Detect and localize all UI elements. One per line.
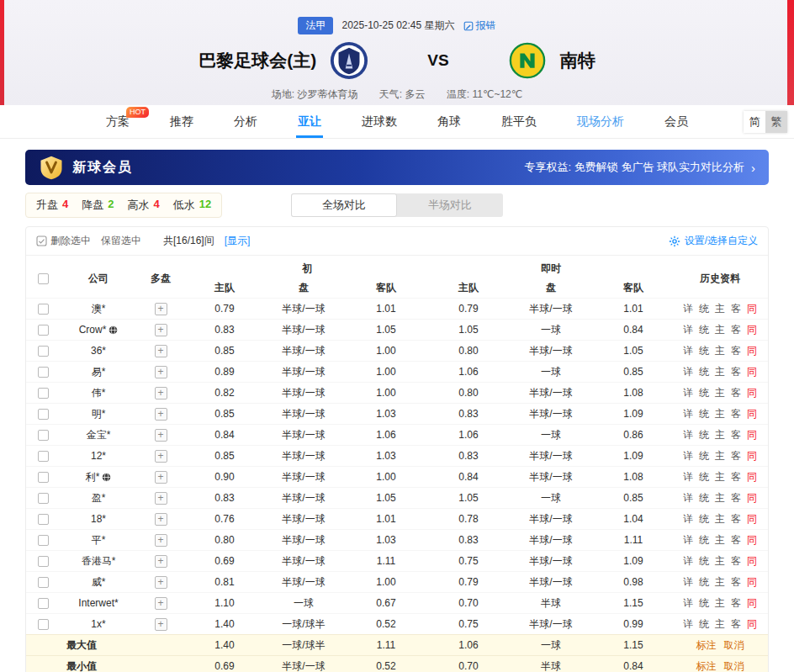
history-link-统[interactable]: 统 bbox=[699, 428, 709, 442]
history-link-详[interactable]: 详 bbox=[683, 470, 693, 484]
bookmaker-name[interactable]: 明* bbox=[92, 407, 106, 421]
history-link-统[interactable]: 统 bbox=[699, 323, 709, 337]
history-link-主[interactable]: 主 bbox=[715, 596, 725, 611]
nav-item-recommend[interactable]: 推荐 bbox=[168, 105, 195, 138]
multi-odds-expand-button[interactable]: + bbox=[155, 513, 167, 526]
history-link-客[interactable]: 客 bbox=[731, 302, 741, 316]
history-link-同[interactable]: 同 bbox=[747, 596, 757, 611]
history-link-详[interactable]: 详 bbox=[683, 344, 693, 358]
multi-odds-expand-button[interactable]: + bbox=[155, 576, 167, 589]
bookmaker-name[interactable]: 18* bbox=[91, 513, 106, 525]
bookmaker-name[interactable]: 易* bbox=[92, 365, 106, 379]
nav-item-member[interactable]: 会员 bbox=[663, 105, 690, 138]
history-link-同[interactable]: 同 bbox=[747, 470, 757, 484]
multi-odds-expand-button[interactable]: + bbox=[155, 450, 167, 463]
history-link-客[interactable]: 客 bbox=[731, 407, 741, 421]
history-link-统[interactable]: 统 bbox=[699, 470, 709, 484]
history-link-同[interactable]: 同 bbox=[747, 302, 757, 316]
history-link-同[interactable]: 同 bbox=[747, 344, 757, 358]
nav-item-plan[interactable]: 方案 HOT bbox=[104, 105, 131, 138]
history-link-同[interactable]: 同 bbox=[747, 386, 757, 400]
cancel-button[interactable]: 取消 bbox=[724, 639, 744, 651]
history-link-详[interactable]: 详 bbox=[683, 617, 693, 632]
history-link-统[interactable]: 统 bbox=[699, 365, 709, 379]
row-checkbox[interactable] bbox=[38, 493, 49, 504]
history-link-客[interactable]: 客 bbox=[731, 428, 741, 442]
bookmaker-name[interactable]: 伟* bbox=[92, 386, 106, 400]
history-link-主[interactable]: 主 bbox=[715, 470, 725, 484]
multi-odds-expand-button[interactable]: + bbox=[155, 303, 167, 315]
bookmaker-name[interactable]: 12* bbox=[91, 450, 106, 462]
history-link-详[interactable]: 详 bbox=[683, 554, 693, 569]
history-link-客[interactable]: 客 bbox=[731, 491, 741, 505]
history-link-同[interactable]: 同 bbox=[747, 365, 757, 379]
bookmaker-name[interactable]: 威* bbox=[92, 575, 106, 590]
bookmaker-name[interactable]: 1x* bbox=[91, 618, 105, 630]
mark-button[interactable]: 标注 bbox=[696, 639, 717, 651]
settings-link[interactable]: 设置/选择自定义 bbox=[669, 234, 758, 248]
history-link-详[interactable]: 详 bbox=[683, 533, 693, 548]
row-checkbox[interactable] bbox=[38, 472, 49, 483]
history-link-详[interactable]: 详 bbox=[683, 512, 693, 526]
history-link-同[interactable]: 同 bbox=[747, 617, 757, 632]
history-link-统[interactable]: 统 bbox=[699, 575, 709, 590]
history-link-详[interactable]: 详 bbox=[683, 386, 693, 400]
history-link-主[interactable]: 主 bbox=[715, 386, 725, 400]
bookmaker-name[interactable]: 澳* bbox=[92, 302, 106, 316]
multi-odds-expand-button[interactable]: + bbox=[155, 387, 167, 399]
row-checkbox[interactable] bbox=[38, 577, 49, 588]
nav-item-analysis[interactable]: 分析 bbox=[232, 105, 259, 138]
history-link-统[interactable]: 统 bbox=[699, 491, 709, 505]
bookmaker-name[interactable]: Crow* bbox=[79, 324, 119, 336]
traditional-chinese-button[interactable]: 繁 bbox=[765, 111, 787, 133]
history-link-详[interactable]: 详 bbox=[683, 491, 693, 505]
history-link-详[interactable]: 详 bbox=[683, 428, 693, 442]
row-checkbox[interactable] bbox=[38, 535, 49, 546]
history-link-统[interactable]: 统 bbox=[699, 302, 709, 316]
row-checkbox[interactable] bbox=[38, 388, 49, 399]
nav-item-corners[interactable]: 角球 bbox=[436, 105, 463, 138]
history-link-统[interactable]: 统 bbox=[699, 407, 709, 421]
history-link-统[interactable]: 统 bbox=[699, 596, 709, 611]
history-link-统[interactable]: 统 bbox=[699, 533, 709, 548]
history-link-详[interactable]: 详 bbox=[683, 365, 693, 379]
history-link-同[interactable]: 同 bbox=[747, 428, 757, 442]
history-link-主[interactable]: 主 bbox=[715, 365, 725, 379]
multi-odds-expand-button[interactable]: + bbox=[155, 492, 167, 505]
nav-item-win-draw-lose[interactable]: 胜平负 bbox=[500, 105, 538, 138]
history-link-主[interactable]: 主 bbox=[715, 428, 725, 442]
history-link-主[interactable]: 主 bbox=[715, 344, 725, 358]
row-checkbox[interactable] bbox=[38, 304, 49, 315]
bookmaker-name[interactable]: 36* bbox=[91, 345, 106, 357]
half-match-tab[interactable]: 半场对比 bbox=[397, 193, 503, 217]
history-link-同[interactable]: 同 bbox=[747, 575, 757, 590]
history-link-同[interactable]: 同 bbox=[747, 554, 757, 569]
row-checkbox[interactable] bbox=[38, 325, 49, 336]
row-checkbox[interactable] bbox=[38, 598, 49, 609]
multi-odds-expand-button[interactable]: + bbox=[155, 345, 167, 357]
keep-selected-button[interactable]: 保留选中 bbox=[101, 234, 141, 248]
mark-button[interactable]: 标注 bbox=[696, 660, 717, 672]
history-link-主[interactable]: 主 bbox=[715, 323, 725, 337]
bookmaker-name[interactable]: 利* bbox=[86, 470, 112, 484]
multi-odds-expand-button[interactable]: + bbox=[155, 597, 167, 610]
history-link-详[interactable]: 详 bbox=[683, 449, 693, 463]
history-link-详[interactable]: 详 bbox=[683, 323, 693, 337]
row-checkbox[interactable] bbox=[38, 430, 49, 441]
history-link-客[interactable]: 客 bbox=[731, 575, 741, 590]
report-error-link[interactable]: 报错 bbox=[463, 19, 496, 33]
history-link-详[interactable]: 详 bbox=[683, 575, 693, 590]
row-checkbox[interactable] bbox=[38, 346, 49, 357]
cancel-button[interactable]: 取消 bbox=[724, 660, 744, 672]
history-link-主[interactable]: 主 bbox=[715, 512, 725, 526]
row-checkbox[interactable] bbox=[38, 409, 49, 420]
select-all-checkbox[interactable] bbox=[38, 273, 49, 284]
show-link[interactable]: [显示] bbox=[225, 234, 251, 248]
history-link-同[interactable]: 同 bbox=[747, 449, 757, 463]
multi-odds-expand-button[interactable]: + bbox=[155, 366, 167, 378]
history-link-同[interactable]: 同 bbox=[747, 491, 757, 505]
history-link-统[interactable]: 统 bbox=[699, 344, 709, 358]
history-link-客[interactable]: 客 bbox=[731, 554, 741, 569]
history-link-主[interactable]: 主 bbox=[715, 491, 725, 505]
history-link-主[interactable]: 主 bbox=[715, 449, 725, 463]
